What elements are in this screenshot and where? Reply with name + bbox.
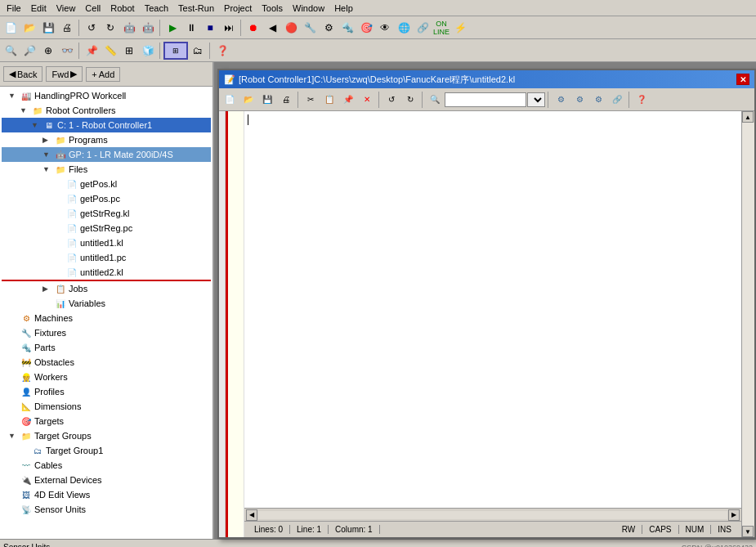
tb-settings[interactable]: ⚡ bbox=[451, 19, 469, 37]
tree-item-target-groups[interactable]: ▼ 📁 Target Groups bbox=[2, 428, 211, 443]
editor-vscroll[interactable]: ▲ ▼ bbox=[741, 111, 754, 537]
hscroll-right-btn[interactable]: ▶ bbox=[728, 509, 740, 521]
tree-item-variables[interactable]: 📊 Variables bbox=[2, 296, 211, 311]
tb2-view[interactable]: 👓 bbox=[58, 42, 76, 60]
menu-teach[interactable]: Teach bbox=[140, 2, 173, 15]
tree-item-target-group1[interactable]: 🗂 Target Group1 bbox=[2, 443, 211, 458]
ed-tb-find[interactable]: 🔍 bbox=[426, 91, 444, 109]
tree-item-fixtures[interactable]: 🔧 Fixtures bbox=[2, 325, 211, 340]
tree-item-gp1[interactable]: ▼ 🤖 GP: 1 - LR Mate 200iD/4S bbox=[2, 147, 211, 162]
tb2-grid[interactable]: ⊞ bbox=[120, 42, 138, 60]
editor-search-dropdown[interactable] bbox=[527, 92, 545, 107]
tree-item-cables[interactable]: 〰 Cables bbox=[2, 458, 211, 473]
tb2-3d[interactable]: 🧊 bbox=[139, 42, 157, 60]
vscroll-up-btn[interactable]: ▲ bbox=[742, 111, 754, 123]
tree-item-getstreg-pc[interactable]: 📄 getStrReg.pc bbox=[2, 221, 211, 235]
menu-cell[interactable]: Cell bbox=[80, 2, 105, 15]
tree-item-profiles[interactable]: 👤 Profiles bbox=[2, 384, 211, 399]
menu-testrun[interactable]: Test-Run bbox=[173, 2, 219, 15]
menu-window[interactable]: Window bbox=[288, 2, 329, 15]
ed-tb-paste[interactable]: 📌 bbox=[339, 91, 357, 109]
tb-pause[interactable]: ⏸ bbox=[182, 19, 200, 37]
tree-item-robot-controllers[interactable]: ▼ 📁 Robot Controllers bbox=[2, 103, 211, 118]
menu-tools[interactable]: Tools bbox=[257, 2, 288, 15]
tree-item-workcell[interactable]: ▼ 🏭 HandlingPRO Workcell bbox=[2, 88, 211, 103]
vscroll-track[interactable] bbox=[742, 123, 754, 526]
ed-tb-compile1[interactable]: ⚙ bbox=[552, 91, 570, 109]
ed-tb-compile3[interactable]: ⚙ bbox=[589, 91, 607, 109]
tb2-layout2[interactable]: 🗂 bbox=[189, 42, 207, 60]
tb-print[interactable]: 🖨 bbox=[58, 19, 76, 37]
ed-tb-save[interactable]: 💾 bbox=[258, 91, 276, 109]
tree-item-obstacles[interactable]: 🚧 Obstacles bbox=[2, 355, 211, 370]
tb-connect[interactable]: 🔗 bbox=[414, 19, 432, 37]
back-button[interactable]: ◀ Back bbox=[3, 66, 42, 82]
ed-tb-copy[interactable]: 📋 bbox=[320, 91, 338, 109]
tree-item-getpos-kl[interactable]: 📄 getPos.kl bbox=[2, 177, 211, 191]
tb2-select[interactable]: 🔍 bbox=[2, 42, 20, 60]
ed-tb-new[interactable]: 📄 bbox=[221, 91, 239, 109]
menu-file[interactable]: File bbox=[2, 2, 26, 15]
tb2-layout[interactable]: ⊞ bbox=[163, 42, 188, 60]
tb2-help[interactable]: ❓ bbox=[213, 42, 231, 60]
tree-item-dimensions[interactable]: 📐 Dimensions bbox=[2, 399, 211, 414]
tree-item-sensor-units[interactable]: 📡 Sensor Units bbox=[2, 502, 211, 517]
menu-edit[interactable]: Edit bbox=[26, 2, 51, 15]
tree-view[interactable]: ▼ 🏭 HandlingPRO Workcell ▼ 📁 Robot Contr… bbox=[0, 87, 212, 539]
menu-robot[interactable]: Robot bbox=[105, 2, 139, 15]
editor-search-input[interactable] bbox=[445, 92, 526, 107]
vscroll-down-btn[interactable]: ▼ bbox=[742, 526, 754, 537]
tb-stop[interactable]: ■ bbox=[201, 19, 219, 37]
tree-item-jobs[interactable]: ▶ 📋 Jobs bbox=[2, 281, 211, 296]
tb2-snap[interactable]: 📌 bbox=[83, 42, 101, 60]
tb2-measure[interactable]: 📏 bbox=[101, 42, 119, 60]
hscroll-track[interactable] bbox=[258, 511, 727, 519]
hscroll-left-btn[interactable]: ◀ bbox=[246, 509, 257, 521]
fwd-button[interactable]: Fwd ▶ bbox=[46, 66, 83, 82]
tree-item-parts[interactable]: 🔩 Parts bbox=[2, 340, 211, 355]
tb-step[interactable]: ⏭ bbox=[220, 19, 238, 37]
editor-hscroll[interactable]: ◀ ▶ bbox=[244, 508, 741, 521]
editor-close-button[interactable]: ✕ bbox=[736, 74, 749, 85]
tb-network[interactable]: 🌐 bbox=[395, 19, 413, 37]
tb2-zoom[interactable]: 🔎 bbox=[20, 42, 38, 60]
tb-prev[interactable]: ◀ bbox=[263, 19, 281, 37]
tb-new[interactable]: 📄 bbox=[2, 19, 20, 37]
ed-tb-delete[interactable]: ✕ bbox=[358, 91, 376, 109]
ed-tb-print[interactable]: 🖨 bbox=[277, 91, 295, 109]
tb-robot2[interactable]: 🤖 bbox=[139, 19, 157, 37]
tree-item-machines[interactable]: ⚙ Machines bbox=[2, 311, 211, 325]
ed-tb-redo[interactable]: ↻ bbox=[401, 91, 419, 109]
ed-tb-open[interactable]: 📂 bbox=[239, 91, 257, 109]
ed-tb-compile4[interactable]: 🔗 bbox=[608, 91, 626, 109]
tree-item-workers[interactable]: 👷 Workers bbox=[2, 370, 211, 384]
tb-tool1[interactable]: 🔧 bbox=[301, 19, 319, 37]
tree-item-programs[interactable]: ▶ 📁 Programs bbox=[2, 132, 211, 147]
tree-item-files[interactable]: ▼ 📁 Files bbox=[2, 162, 211, 177]
add-button[interactable]: + Add bbox=[86, 67, 120, 82]
menu-project[interactable]: Project bbox=[219, 2, 257, 15]
tb-play[interactable]: ▶ bbox=[163, 19, 181, 37]
tb-robot1[interactable]: 🤖 bbox=[120, 19, 138, 37]
tree-item-external-devices[interactable]: 🔌 External Devices bbox=[2, 473, 211, 487]
tree-item-getpos-pc[interactable]: 📄 getPos.pc bbox=[2, 191, 211, 206]
ed-tb-help[interactable]: ❓ bbox=[633, 91, 651, 109]
tb-open[interactable]: 📂 bbox=[20, 19, 38, 37]
tb-next-rec[interactable]: 🔴 bbox=[282, 19, 300, 37]
tree-item-untitled1-kl[interactable]: 📄 untitled1.kl bbox=[2, 235, 211, 250]
tree-item-targets[interactable]: 🎯 Targets bbox=[2, 414, 211, 428]
tb-connect2[interactable]: ONLINE bbox=[432, 19, 450, 37]
tb-save[interactable]: 💾 bbox=[39, 19, 57, 37]
tree-item-4d-edit-views[interactable]: 🖼 4D Edit Views bbox=[2, 487, 211, 502]
tree-item-controller1[interactable]: ▼ 🖥 C: 1 - Robot Controller1 bbox=[2, 118, 211, 132]
tb-undo-arrow[interactable]: ↺ bbox=[83, 19, 101, 37]
ed-tb-cut[interactable]: ✂ bbox=[302, 91, 320, 109]
tb-redo-arrow[interactable]: ↻ bbox=[101, 19, 119, 37]
tb2-zoom2[interactable]: ⊕ bbox=[39, 42, 57, 60]
menu-view[interactable]: View bbox=[51, 2, 81, 15]
tb-record[interactable]: ⏺ bbox=[244, 19, 262, 37]
ed-tb-undo[interactable]: ↺ bbox=[382, 91, 400, 109]
tree-item-untitled2-kl[interactable]: 📄 untitled2.kl bbox=[2, 265, 211, 281]
tb-tool4[interactable]: 🎯 bbox=[357, 19, 375, 37]
tree-item-getstreg-kl[interactable]: 📄 getStrReg.kl bbox=[2, 206, 211, 221]
